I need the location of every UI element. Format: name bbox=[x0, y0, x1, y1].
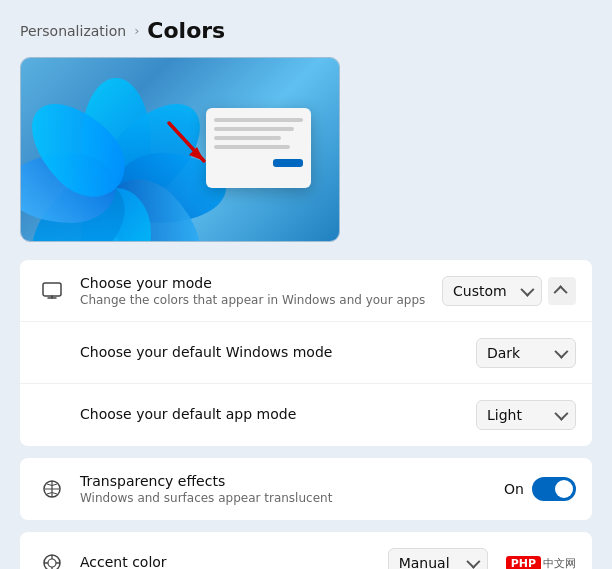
section-gap-2 bbox=[20, 524, 592, 532]
breadcrumb-separator: › bbox=[134, 23, 139, 38]
windows-mode-row: Choose your default Windows mode Dark bbox=[20, 322, 592, 384]
windows-mode-value: Dark bbox=[487, 345, 520, 361]
mock-window bbox=[206, 108, 311, 188]
transparency-subtitle: Windows and surfaces appear translucent bbox=[80, 491, 504, 505]
accent-dropdown[interactable]: Manual bbox=[388, 548, 488, 569]
app-mode-control: Light bbox=[476, 400, 576, 430]
transparency-row: Transparency effects Windows and surface… bbox=[20, 458, 592, 520]
windows-mode-control: Dark bbox=[476, 338, 576, 368]
windows-mode-text: Choose your default Windows mode bbox=[80, 344, 476, 362]
transparency-icon bbox=[36, 478, 68, 500]
chevron-down-icon bbox=[520, 282, 534, 296]
app-mode-row: Choose your default app mode Light bbox=[20, 384, 592, 446]
arrow-pointer bbox=[159, 113, 219, 173]
accent-control: Manual PHP 中文网 bbox=[388, 548, 576, 569]
app-mode-value: Light bbox=[487, 407, 522, 423]
mode-icon bbox=[36, 280, 68, 302]
mock-line-3 bbox=[214, 136, 281, 140]
toggle-on-label: On bbox=[504, 481, 524, 497]
app-mode-title: Choose your default app mode bbox=[80, 406, 476, 422]
mock-button bbox=[273, 159, 303, 167]
preview-card bbox=[20, 57, 340, 242]
windows-mode-title: Choose your default Windows mode bbox=[80, 344, 476, 360]
svg-rect-2 bbox=[43, 283, 61, 296]
accent-text: Accent color bbox=[80, 554, 388, 569]
mode-subtitle: Change the colors that appear in Windows… bbox=[80, 293, 442, 307]
transparency-control: On bbox=[504, 477, 576, 501]
app-mode-text: Choose your default app mode bbox=[80, 406, 476, 424]
app-mode-dropdown[interactable]: Light bbox=[476, 400, 576, 430]
mock-line-1 bbox=[214, 118, 303, 122]
mode-dropdown[interactable]: Custom bbox=[442, 276, 542, 306]
accent-title: Accent color bbox=[80, 554, 388, 569]
php-badge-container: PHP 中文网 bbox=[498, 556, 576, 570]
accent-icon bbox=[36, 552, 68, 569]
mode-dropdown-value: Custom bbox=[453, 283, 507, 299]
settings-container: Choose your mode Change the colors that … bbox=[20, 260, 592, 569]
windows-mode-dropdown[interactable]: Dark bbox=[476, 338, 576, 368]
settings-page: Personalization › Colors bbox=[0, 0, 612, 569]
toggle-knob bbox=[555, 480, 573, 498]
mock-line-2 bbox=[214, 127, 294, 131]
mock-line-4 bbox=[214, 145, 290, 149]
chevron-down-icon-4 bbox=[466, 555, 480, 569]
mode-row: Choose your mode Change the colors that … bbox=[20, 260, 592, 322]
transparency-section: Transparency effects Windows and surface… bbox=[20, 458, 592, 520]
chevron-down-icon-3 bbox=[554, 407, 568, 421]
transparency-toggle[interactable] bbox=[532, 477, 576, 501]
accent-value: Manual bbox=[399, 555, 450, 569]
transparency-text: Transparency effects Windows and surface… bbox=[80, 473, 504, 505]
mode-section: Choose your mode Change the colors that … bbox=[20, 260, 592, 446]
accent-row: Accent color Manual PHP 中文网 bbox=[20, 532, 592, 569]
svg-point-9 bbox=[48, 559, 56, 567]
php-badge: PHP bbox=[506, 556, 541, 570]
breadcrumb: Personalization › Colors bbox=[20, 18, 592, 43]
breadcrumb-current: Colors bbox=[147, 18, 225, 43]
mode-text: Choose your mode Change the colors that … bbox=[80, 275, 442, 307]
chevron-up-icon bbox=[554, 285, 568, 299]
breadcrumb-parent[interactable]: Personalization bbox=[20, 23, 126, 39]
chevron-down-icon-2 bbox=[554, 344, 568, 358]
transparency-title: Transparency effects bbox=[80, 473, 504, 489]
accent-section: Accent color Manual PHP 中文网 bbox=[20, 532, 592, 569]
mode-title: Choose your mode bbox=[80, 275, 442, 291]
section-gap-1 bbox=[20, 450, 592, 458]
collapse-button[interactable] bbox=[548, 277, 576, 305]
mode-control: Custom bbox=[442, 276, 576, 306]
cn-text: 中文网 bbox=[543, 556, 576, 570]
